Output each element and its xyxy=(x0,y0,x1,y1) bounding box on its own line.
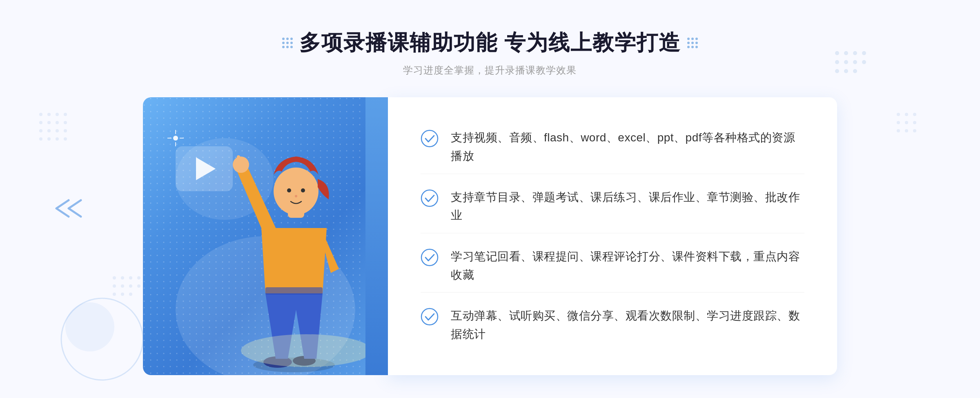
svg-point-50 xyxy=(835,69,839,73)
svg-point-5 xyxy=(47,121,51,124)
svg-point-0 xyxy=(39,113,42,116)
svg-point-77 xyxy=(421,309,438,325)
features-panel: 支持视频、音频、flash、word、excel、ppt、pdf等各种格式的资源… xyxy=(388,97,837,375)
check-icon-2 xyxy=(421,189,439,207)
svg-point-46 xyxy=(835,60,839,64)
svg-point-31 xyxy=(905,121,908,124)
svg-point-17 xyxy=(121,276,124,279)
feature-text-1: 支持视频、音频、flash、word、excel、ppt、pdf等各种格式的资源… xyxy=(451,129,804,165)
person-illustration xyxy=(225,138,380,375)
svg-point-16 xyxy=(113,276,116,279)
title-text: 多项录播课辅助功能 专为线上教学打造 xyxy=(299,29,681,57)
svg-point-22 xyxy=(129,284,132,288)
svg-point-13 xyxy=(47,137,51,141)
svg-point-32 xyxy=(913,121,916,124)
svg-point-70 xyxy=(301,188,305,192)
page-title: 多项录播课辅助功能 专为线上教学打造 xyxy=(282,29,698,57)
svg-point-44 xyxy=(853,51,857,55)
svg-point-10 xyxy=(56,129,59,132)
svg-point-73 xyxy=(241,334,372,367)
svg-point-20 xyxy=(113,284,116,288)
svg-point-8 xyxy=(39,129,42,132)
feature-item-4: 互动弹幕、试听购买、微信分享、观看次数限制、学习进度跟踪、数据统计 xyxy=(421,299,804,352)
svg-point-25 xyxy=(121,293,124,296)
svg-point-18 xyxy=(129,276,132,279)
header-section: 多项录播课辅助功能 专为线上教学打造 学习进度全掌握，提升录播课教学效果 xyxy=(282,29,698,77)
page-subtitle: 学习进度全掌握，提升录播课教学效果 xyxy=(282,64,698,77)
svg-point-29 xyxy=(913,113,916,116)
svg-point-47 xyxy=(844,60,848,64)
svg-point-74 xyxy=(421,130,438,147)
svg-point-51 xyxy=(844,69,848,73)
svg-rect-72 xyxy=(265,287,323,295)
svg-point-61 xyxy=(173,136,178,141)
svg-point-65 xyxy=(233,157,249,173)
svg-point-28 xyxy=(905,113,908,116)
title-icon-left xyxy=(282,38,293,48)
svg-point-15 xyxy=(64,137,67,141)
main-content: 支持视频、音频、flash、word、excel、ppt、pdf等各种格式的资源… xyxy=(143,97,837,375)
svg-point-52 xyxy=(853,69,857,73)
svg-point-2 xyxy=(56,113,59,116)
feature-item-2: 支持章节目录、弹题考试、课后练习、课后作业、章节测验、批改作业 xyxy=(421,180,804,234)
svg-point-42 xyxy=(835,51,839,55)
svg-point-71 xyxy=(295,195,297,197)
check-icon-3 xyxy=(421,248,439,266)
svg-point-7 xyxy=(64,121,67,124)
svg-point-33 xyxy=(897,129,900,132)
svg-point-1 xyxy=(47,113,51,116)
svg-point-69 xyxy=(287,188,291,192)
svg-point-19 xyxy=(137,276,140,279)
svg-point-76 xyxy=(421,249,438,266)
svg-point-4 xyxy=(39,121,42,124)
svg-point-45 xyxy=(862,51,866,55)
svg-point-35 xyxy=(913,129,916,132)
svg-point-36 xyxy=(61,298,143,380)
title-icon-right xyxy=(687,38,698,48)
svg-point-3 xyxy=(64,113,67,116)
svg-point-21 xyxy=(121,284,124,288)
left-illustration-panel xyxy=(143,97,388,375)
feature-text-2: 支持章节目录、弹题考试、课后练习、课后作业、章节测验、批改作业 xyxy=(451,188,804,225)
sparkle-icon xyxy=(167,130,200,163)
feature-item-3: 学习笔记回看、课程提问、课程评论打分、课件资料下载，重点内容收藏 xyxy=(421,239,804,293)
svg-point-27 xyxy=(897,113,900,116)
svg-point-43 xyxy=(844,51,848,55)
feature-text-4: 互动弹幕、试听购买、微信分享、观看次数限制、学习进度跟踪、数据统计 xyxy=(451,307,804,344)
panel-accent-bar xyxy=(365,97,388,375)
svg-point-34 xyxy=(905,129,908,132)
svg-point-12 xyxy=(39,137,42,141)
svg-point-26 xyxy=(129,293,132,296)
svg-point-24 xyxy=(113,293,116,296)
svg-point-37 xyxy=(65,302,114,351)
svg-point-48 xyxy=(853,60,857,64)
svg-point-9 xyxy=(47,129,51,132)
svg-point-23 xyxy=(137,284,140,288)
feature-item-1: 支持视频、音频、flash、word、excel、ppt、pdf等各种格式的资源… xyxy=(421,121,804,174)
svg-point-75 xyxy=(421,190,438,206)
check-icon-1 xyxy=(421,130,439,148)
svg-point-30 xyxy=(897,121,900,124)
svg-point-14 xyxy=(56,137,59,141)
svg-point-49 xyxy=(862,60,866,64)
feature-text-3: 学习笔记回看、课程提问、课程评论打分、课件资料下载，重点内容收藏 xyxy=(451,248,804,284)
check-icon-4 xyxy=(421,308,439,326)
svg-point-6 xyxy=(56,121,59,124)
svg-rect-66 xyxy=(237,155,240,167)
svg-point-68 xyxy=(274,168,318,215)
page-wrapper: 多项录播课辅助功能 专为线上教学打造 学习进度全掌握，提升录播课教学效果 xyxy=(0,0,980,398)
svg-point-11 xyxy=(64,129,67,132)
